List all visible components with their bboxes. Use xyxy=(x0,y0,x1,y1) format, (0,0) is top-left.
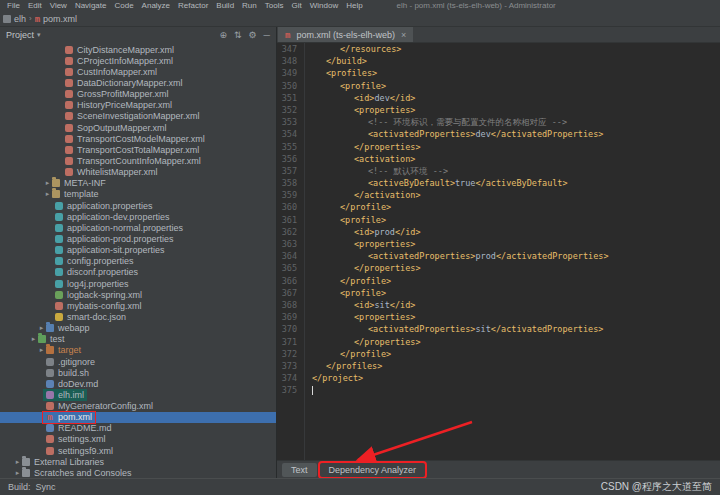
chevron-right-icon[interactable]: ▸ xyxy=(37,346,46,354)
tree-item-pom-xml[interactable]: mpom.xml xyxy=(0,412,276,423)
hide-panel-icon[interactable]: ─ xyxy=(264,30,270,40)
code-line-355[interactable]: 355</properties> xyxy=(277,141,720,153)
code-line-351[interactable]: 351<id>dev</id> xyxy=(277,92,720,104)
tree-item-cprojectinfomapper-xml[interactable]: CProjectInfoMapper.xml xyxy=(0,55,276,66)
code-line-364[interactable]: 364<activatedProperties>prod</activatedP… xyxy=(277,250,720,262)
menu-edit[interactable]: Edit xyxy=(24,1,46,10)
menu-tools[interactable]: Tools xyxy=(261,1,288,10)
code-editor[interactable]: 347</resources>348</build>349<profiles>3… xyxy=(277,43,720,460)
tree-item-dodev-md[interactable]: doDev.md xyxy=(0,378,276,389)
tree-item-settings-xml[interactable]: settings.xml xyxy=(0,434,276,445)
tree-item-sceneinvestigationmapper-xml[interactable]: SceneInvestigationMapper.xml xyxy=(0,111,276,122)
code-line-349[interactable]: 349<profiles> xyxy=(277,67,720,79)
tree-item-datadictionarymapper-xml[interactable]: DataDictionaryMapper.xml xyxy=(0,77,276,88)
code-line-354[interactable]: 354<activatedProperties>dev</activatedPr… xyxy=(277,128,720,140)
code-line-356[interactable]: 356<activation> xyxy=(277,153,720,165)
tree-item-custinfomapper-xml[interactable]: CustInfoMapper.xml xyxy=(0,66,276,77)
code-line-368[interactable]: 368<id>sit</id> xyxy=(277,299,720,311)
tree-item-smart-doc-json[interactable]: smart-doc.json xyxy=(0,311,276,322)
code-line-373[interactable]: 373</profiles> xyxy=(277,360,720,372)
menu-refactor[interactable]: Refactor xyxy=(174,1,212,10)
chevron-right-icon[interactable]: ▸ xyxy=(43,190,52,198)
tree-item-application-normal-properties[interactable]: application-normal.properties xyxy=(0,222,276,233)
tree-item-application-prod-properties[interactable]: application-prod.properties xyxy=(0,233,276,244)
tree-item-config-properties[interactable]: config.properties xyxy=(0,256,276,267)
project-panel-title[interactable]: Project xyxy=(6,30,34,40)
menu-help[interactable]: Help xyxy=(342,1,366,10)
menu-analyze[interactable]: Analyze xyxy=(138,1,174,10)
menu-view[interactable]: View xyxy=(46,1,71,10)
code-line-347[interactable]: 347</resources> xyxy=(277,43,720,55)
editor-tab-pom-xml[interactable]: m pom.xml (ts-els-elh-web) × xyxy=(278,27,413,42)
tree-item-mybatis-config-xml[interactable]: mybatis-config.xml xyxy=(0,300,276,311)
tree-item-application-properties[interactable]: application.properties xyxy=(0,200,276,211)
chevron-right-icon[interactable]: ▸ xyxy=(13,469,22,477)
tree-item-whitelistmapper-xml[interactable]: WhitelistMapper.xml xyxy=(0,167,276,178)
tree-item-readme-md[interactable]: README.md xyxy=(0,423,276,434)
chevron-right-icon[interactable]: ▸ xyxy=(37,324,46,332)
code-line-350[interactable]: 350<profile> xyxy=(277,80,720,92)
build-status-value[interactable]: Sync xyxy=(36,482,56,492)
tree-item-historypricemapper-xml[interactable]: HistoryPriceMapper.xml xyxy=(0,100,276,111)
tree-item-citydistancemapper-xml[interactable]: CityDistanceMapper.xml xyxy=(0,44,276,55)
tree-item-application-dev-properties[interactable]: application-dev.properties xyxy=(0,211,276,222)
code-line-366[interactable]: 366</profile> xyxy=(277,275,720,287)
tree-item-transportcosttotalmapper-xml[interactable]: TransportCostTotalMapper.xml xyxy=(0,144,276,155)
tree-item-logback-spring-xml[interactable]: logback-spring.xml xyxy=(0,289,276,300)
code-line-374[interactable]: 374</project> xyxy=(277,372,720,384)
tree-item-grossprofitmapper-xml[interactable]: GrossProfitMapper.xml xyxy=(0,89,276,100)
chevron-right-icon[interactable]: ▸ xyxy=(13,458,22,466)
code-line-369[interactable]: 369<properties> xyxy=(277,311,720,323)
code-line-375[interactable]: 375 xyxy=(277,384,720,396)
menu-git[interactable]: Git xyxy=(287,1,305,10)
chevron-right-icon[interactable]: ▸ xyxy=(29,335,38,343)
breadcrumb-file[interactable]: pom.xml xyxy=(43,14,77,24)
code-line-363[interactable]: 363<properties> xyxy=(277,238,720,250)
locate-file-icon[interactable]: ⊕ xyxy=(219,30,227,40)
tree-item-transportcostmodelmapper-xml[interactable]: TransportCostModelMapper.xml xyxy=(0,133,276,144)
bottom-tab-dependency-analyzer[interactable]: Dependency Analyzer xyxy=(320,463,426,477)
tree-item-sopoutputmapper-xml[interactable]: SopOutputMapper.xml xyxy=(0,122,276,133)
code-line-372[interactable]: 372</profile> xyxy=(277,348,720,360)
tree-item-meta-inf[interactable]: ▸META-INF xyxy=(0,178,276,189)
tree-item-log4j-properties[interactable]: log4j.properties xyxy=(0,278,276,289)
close-icon[interactable]: × xyxy=(401,30,406,40)
code-line-352[interactable]: 352<properties> xyxy=(277,104,720,116)
code-line-359[interactable]: 359</activation> xyxy=(277,189,720,201)
code-line-353[interactable]: 353<!-- 环境标识，需要与配置文件的名称相对应 --> xyxy=(277,116,720,128)
chevron-down-icon[interactable]: ▾ xyxy=(37,31,41,39)
code-line-367[interactable]: 367<profile> xyxy=(277,287,720,299)
menu-window[interactable]: Window xyxy=(306,1,342,10)
menu-code[interactable]: Code xyxy=(110,1,137,10)
code-line-365[interactable]: 365</properties> xyxy=(277,262,720,274)
tree-item-application-sit-properties[interactable]: application-sit.properties xyxy=(0,245,276,256)
bottom-tab-text[interactable]: Text xyxy=(282,463,317,477)
chevron-right-icon[interactable]: ▸ xyxy=(43,179,52,187)
tree-item-disconf-properties[interactable]: disconf.properties xyxy=(0,267,276,278)
tree-item-mygeneratorconfig-xml[interactable]: MyGeneratorConfig.xml xyxy=(0,401,276,412)
tree-item-target[interactable]: ▸target xyxy=(0,345,276,356)
code-line-370[interactable]: 370<activatedProperties>sit</activatedPr… xyxy=(277,323,720,335)
build-status-label[interactable]: Build: xyxy=(8,482,31,492)
tree-item-scratches-and-consoles[interactable]: ▸Scratches and Consoles xyxy=(0,467,276,478)
menu-navigate[interactable]: Navigate xyxy=(71,1,111,10)
tree-item-template[interactable]: ▸template xyxy=(0,189,276,200)
code-line-360[interactable]: 360</profile> xyxy=(277,201,720,213)
menu-file[interactable]: File xyxy=(3,1,24,10)
code-line-358[interactable]: 358<activeByDefault>true</activeByDefaul… xyxy=(277,177,720,189)
menu-run[interactable]: Run xyxy=(238,1,261,10)
code-line-371[interactable]: 371</properties> xyxy=(277,336,720,348)
tree-item-transportcountinfomapper-xml[interactable]: TransportCountInfoMapper.xml xyxy=(0,155,276,166)
breadcrumb-project[interactable]: elh xyxy=(14,14,26,24)
code-line-348[interactable]: 348</build> xyxy=(277,55,720,67)
code-line-362[interactable]: 362<id>prod</id> xyxy=(277,226,720,238)
menu-build[interactable]: Build xyxy=(212,1,238,10)
tree-item-external-libraries[interactable]: ▸External Libraries xyxy=(0,456,276,467)
collapse-all-icon[interactable]: ⇅ xyxy=(234,30,242,40)
tree-item--gitignore[interactable]: .gitignore xyxy=(0,356,276,367)
tree-item-build-sh[interactable]: build.sh xyxy=(0,367,276,378)
code-line-357[interactable]: 357<!-- 默认环境 --> xyxy=(277,165,720,177)
tree-item-settingsf9-xml[interactable]: settingsf9.xml xyxy=(0,445,276,456)
tree-item-test[interactable]: ▸test xyxy=(0,334,276,345)
settings-gear-icon[interactable]: ⚙ xyxy=(249,30,257,40)
